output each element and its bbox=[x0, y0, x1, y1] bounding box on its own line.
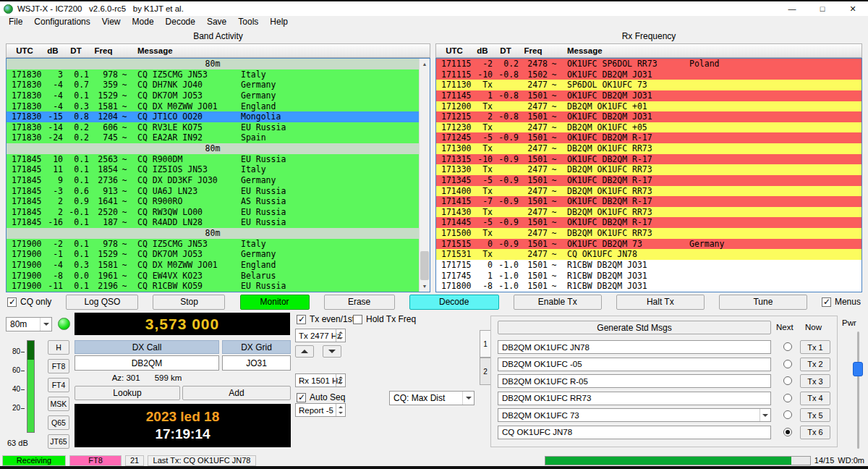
close-button[interactable]: ✕ bbox=[838, 1, 868, 16]
decode-row[interactable]: 1717451-1.01501~R1CBW DB2QM JO31 bbox=[436, 271, 861, 282]
band-activity-panel[interactable]: 80m17183030.1978~CQ IZ5CMG JN53Italy1718… bbox=[6, 58, 430, 292]
decode-row[interactable]: 171245-5-0.91501~OK1UFC DB2QM R-17 bbox=[436, 132, 861, 143]
mode-h-button[interactable]: H bbox=[48, 340, 69, 355]
decode-row[interactable]: 171531Tx2477~CQ OK1UFC JN78 bbox=[436, 249, 861, 260]
halt-tx-button[interactable]: Halt Tx bbox=[616, 295, 705, 310]
decode-row[interactable]: 171845110.11854~CQ IZ5IOS JN53Italy bbox=[7, 164, 419, 175]
tx3-next-radio[interactable] bbox=[783, 376, 792, 385]
tx5-next-radio[interactable] bbox=[783, 410, 792, 419]
tx5-now-button[interactable]: Tx 5 bbox=[800, 408, 830, 422]
decode-row[interactable]: 171115-10-0.81502~OK1UFC DB2QM JO31 bbox=[436, 69, 861, 80]
generate-std-msgs-button[interactable]: Generate Std Msgs bbox=[498, 321, 771, 334]
decode-row[interactable]: 171900-110.12196~CQ R1CBW KO59EU Russia bbox=[7, 281, 419, 292]
decode-row[interactable]: 171845-30.6913~CQ UA6J LN23EU Russia bbox=[7, 186, 419, 197]
decode-row[interactable]: 171345-5-0.91501~OK1UFC DB2QM R-17 bbox=[436, 175, 861, 186]
scroll-down-icon[interactable]: ▼ bbox=[420, 281, 430, 292]
decode-row[interactable]: 171900-10.11529~CQ DK7OM JO53Germany bbox=[7, 249, 419, 260]
add-button[interactable]: Add bbox=[182, 386, 291, 400]
decode-row[interactable]: 171115-20.22478~OK1UFC SP6DOL RR73Poland bbox=[436, 59, 861, 69]
decode-row[interactable]: 171900-20.1978~CQ IZ5CMG JN53Italy bbox=[7, 239, 419, 250]
tx1-next-radio[interactable] bbox=[783, 342, 792, 351]
tx2-now-button[interactable]: Tx 2 bbox=[800, 358, 830, 371]
enable-tx-button[interactable]: Enable Tx bbox=[514, 295, 602, 310]
tx2-message-field[interactable]: DB2QM OK1UFC -05 bbox=[498, 358, 771, 371]
band-activity-scrollbar[interactable]: ▲ ▼ bbox=[419, 59, 430, 292]
decode-row[interactable]: 171430Tx2477~DB2QM OK1UFC RR73 bbox=[436, 207, 861, 218]
tx-up-button[interactable] bbox=[295, 345, 314, 358]
decode-row[interactable]: 171500Tx2477~DB2QM OK1UFC RR73 bbox=[436, 228, 861, 239]
decode-row[interactable]: 171130Tx2477~SP6DOL OK1UFC 73 bbox=[436, 80, 861, 90]
mode-msk-button[interactable]: MSK bbox=[48, 397, 69, 411]
decode-row[interactable]: 171315-10-0.91501~OK1UFC DB2QM R-17 bbox=[436, 154, 861, 165]
menu-decode[interactable]: Decode bbox=[160, 16, 201, 29]
decode-row[interactable]: 171830-40.11529~CQ DK7OM JO53Germany bbox=[7, 90, 419, 101]
decode-row[interactable]: 171300Tx2477~DB2QM OK1UFC RR73 bbox=[436, 143, 861, 154]
decode-row[interactable]: 1718452-0.12520~CQ RW3QW LO00EU Russia bbox=[7, 207, 419, 218]
tx6-message-field[interactable]: CQ OK1UFC JN78 bbox=[498, 426, 771, 439]
decode-row[interactable]: 17184590.12736~CQ DX DD3KF JO30Germany bbox=[7, 175, 419, 186]
tx-even-checkbox[interactable]: Tx even/1st bbox=[297, 314, 354, 324]
spinner-icon[interactable] bbox=[336, 329, 345, 342]
monitor-button[interactable]: Monitor bbox=[240, 295, 310, 310]
stop-button[interactable]: Stop bbox=[153, 295, 225, 310]
decode-row[interactable]: 171415-7-0.91501~OK1UFC DB2QM R-17 bbox=[436, 196, 861, 207]
decode-row[interactable]: 171845-160.1187~CQ R4ADD LN28EU Russia bbox=[7, 217, 419, 228]
decode-row[interactable]: 1711451-0.81501~OK1UFC DB2QM JO31 bbox=[436, 90, 861, 101]
erase-button[interactable]: Erase bbox=[324, 295, 395, 310]
scroll-up-icon[interactable]: ▲ bbox=[420, 59, 430, 69]
tx2-next-radio[interactable] bbox=[783, 360, 792, 368]
tx3-now-button[interactable]: Tx 3 bbox=[800, 374, 830, 388]
menu-view[interactable]: View bbox=[96, 16, 127, 29]
rx-frequency-panel[interactable]: 171115-20.22478~OK1UFC SP6DOL RR73Poland… bbox=[435, 58, 862, 292]
tx4-now-button[interactable]: Tx 4 bbox=[800, 392, 830, 405]
pwr-slider-handle[interactable] bbox=[853, 362, 863, 376]
decode-button[interactable]: Decode bbox=[409, 295, 499, 310]
menu-save[interactable]: Save bbox=[201, 16, 232, 29]
spinner-icon[interactable] bbox=[336, 404, 345, 416]
maximize-button[interactable]: □ bbox=[807, 1, 838, 16]
mode-ft8-button[interactable]: FT8 bbox=[48, 359, 69, 373]
decode-row[interactable]: 171200Tx2477~DB2QM OK1UFC +01 bbox=[436, 101, 861, 112]
decode-row[interactable]: 17184520.91641~CQ R900ROAS Russia bbox=[7, 196, 419, 207]
tx1-message-field[interactable]: DB2QM OK1UFC JN78 bbox=[498, 340, 771, 354]
scroll-thumb[interactable] bbox=[420, 251, 429, 280]
dx-grid-field[interactable]: JO31 bbox=[222, 355, 291, 371]
decode-row[interactable]: 171830-140.2606~CQ RV3LE KO75EU Russia bbox=[7, 122, 419, 133]
menu-mode[interactable]: Mode bbox=[127, 16, 160, 29]
decode-row[interactable]: 171330Tx2477~DB2QM OK1UFC RR73 bbox=[436, 164, 861, 175]
auto-seq-checkbox[interactable]: Auto Seq bbox=[297, 392, 345, 402]
menu-configurations[interactable]: Configurations bbox=[28, 16, 95, 29]
mode-q65-button[interactable]: Q65 bbox=[48, 415, 69, 430]
menu-file[interactable]: File bbox=[3, 16, 28, 29]
decode-row[interactable]: 1715150-0.91501~OK1UFC DB2QM 73Germany bbox=[436, 239, 861, 250]
message-tab-1[interactable]: 1 bbox=[480, 330, 490, 358]
decode-row[interactable]: 171445-5-0.91501~OK1UFC DB2QM R-17 bbox=[436, 217, 861, 228]
tx-freq-spinbox[interactable]: Tx 2477 Hz bbox=[295, 329, 346, 342]
menu-tools[interactable]: Tools bbox=[232, 16, 264, 29]
decode-row[interactable]: 171830-240.2745~CQ EA2AR IN92Spain bbox=[7, 132, 419, 143]
cq-only-checkbox[interactable]: CQ only bbox=[7, 297, 51, 307]
decode-row[interactable]: 171400Tx2477~DB2QM OK1UFC RR73 bbox=[436, 186, 861, 197]
decode-row[interactable]: 1717150-1.01501~R1CBW DB2QM JO31 bbox=[436, 260, 861, 271]
cq-filter-select[interactable]: CQ: Max Dist bbox=[389, 391, 475, 405]
tx4-next-radio[interactable] bbox=[783, 394, 792, 402]
band-select[interactable]: 80m bbox=[6, 317, 52, 331]
tx4-message-field[interactable]: DB2QM OK1UFC RR73 bbox=[498, 392, 771, 405]
tx1-now-button[interactable]: Tx 1 bbox=[800, 340, 830, 354]
decode-row[interactable]: 171900-80.01961~CQ EW4VX KO23Belarus bbox=[7, 271, 419, 282]
decode-row[interactable]: 171900-40.31581~CQ DX M0ZWW JO01England bbox=[7, 260, 419, 271]
tx3-message-field[interactable]: DB2QM OK1UFC R-05 bbox=[498, 374, 771, 388]
message-tab-2[interactable]: 2 bbox=[480, 358, 490, 385]
dx-call-field[interactable]: DB2QM bbox=[75, 355, 219, 371]
hold-tx-checkbox[interactable]: Hold Tx Freq bbox=[353, 314, 416, 324]
decode-row[interactable]: 1712152-0.81501~OK1UFC DB2QM JO31 bbox=[436, 111, 861, 122]
tune-button[interactable]: Tune bbox=[719, 295, 807, 310]
menu-help[interactable]: Help bbox=[264, 16, 294, 29]
tx-down-button[interactable] bbox=[323, 345, 341, 358]
mode-jt65-button[interactable]: JT65 bbox=[48, 434, 69, 449]
mode-ft4-button[interactable]: FT4 bbox=[48, 378, 69, 392]
decode-row[interactable]: 171830-40.31581~CQ DX M0ZWW JO01England bbox=[7, 101, 419, 112]
decode-row[interactable]: 171830-40.7359~CQ DH7NK JO40Germany bbox=[7, 80, 419, 90]
decode-row[interactable]: 17183030.1978~CQ IZ5CMG JN53Italy bbox=[7, 69, 419, 80]
tx6-next-radio[interactable] bbox=[783, 428, 792, 436]
